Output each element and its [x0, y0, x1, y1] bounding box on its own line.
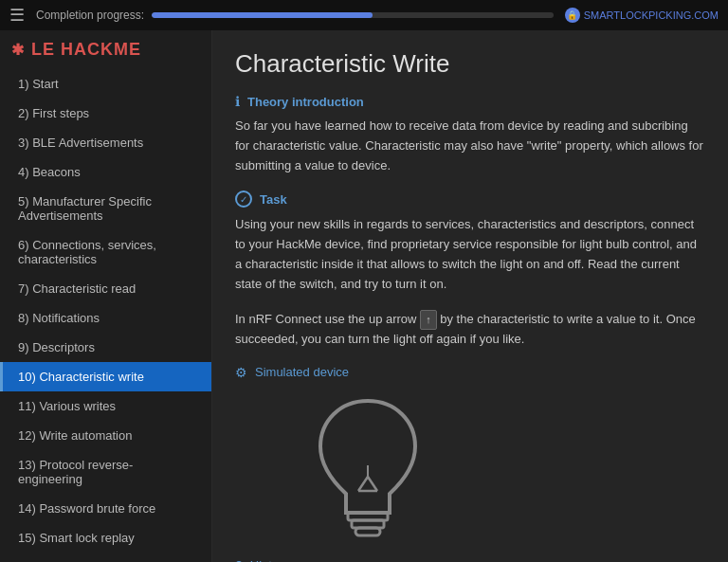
app-title: LE HACKME	[31, 40, 141, 60]
sidebar-item-char-read[interactable]: 7) Characteristic read	[0, 274, 211, 303]
sidebar-item-protocol[interactable]: 13) Protocol reverse-engineering	[0, 450, 211, 494]
main-layout: ✱ LE HACKME 1) Start 2) First steps 3) B…	[0, 30, 728, 562]
ble-icon: ✱	[11, 41, 24, 59]
theory-header: ℹ Theory introduction	[235, 94, 705, 109]
svg-rect-2	[355, 528, 380, 535]
sidebar-item-start[interactable]: 1) Start	[0, 69, 211, 99]
sidebar-item-beacons[interactable]: 4) Beacons	[0, 157, 211, 187]
theory-icon: ℹ	[235, 94, 240, 109]
sidebar-item-write-automation[interactable]: 12) Write automation	[0, 421, 211, 450]
page-title: Characteristic Write	[235, 49, 705, 79]
progress-label: Completion progress:	[36, 9, 144, 22]
theory-label: Theory introduction	[247, 95, 364, 109]
content-area: Characteristic Write ℹ Theory introducti…	[212, 30, 728, 562]
hints-section: ? Hints I can't... give me next hint!	[235, 558, 705, 562]
sidebar-item-ble-adv[interactable]: 3) BLE Advertisements	[0, 128, 211, 157]
task-icon: ✓	[235, 190, 252, 208]
sidebar-item-descriptors[interactable]: 9) Descriptors	[0, 333, 211, 362]
svg-line-3	[358, 477, 368, 491]
task-text2: In nRF Connect use the up arrow ↑ by the…	[235, 310, 705, 350]
lightbulb-svg	[306, 391, 429, 543]
sidebar-item-smart-replay[interactable]: 15) Smart lock replay	[0, 523, 211, 553]
brand-text: SMARTLOCKPICKING.COM	[584, 9, 719, 21]
hints-header: ? Hints	[235, 558, 705, 562]
menu-icon[interactable]: ☰	[9, 5, 25, 26]
sidebar-item-smart-info[interactable]: 16) Smart lock information leak	[0, 553, 211, 562]
task-header: ✓ Task	[235, 190, 705, 208]
simulated-device-label: Simulated device	[255, 365, 349, 379]
hints-label: Hints	[250, 558, 279, 562]
task-text1: Using your new skills in regards to serv…	[235, 215, 705, 294]
sidebar-item-password[interactable]: 14) Password brute force	[0, 494, 211, 523]
progress-bar-fill	[152, 12, 373, 18]
task-text2-prefix: In nRF Connect use the up arrow	[235, 312, 417, 326]
sidebar-header: ✱ LE HACKME	[0, 30, 211, 69]
topbar: ☰ Completion progress: 🔒 SMARTLOCKPICKIN…	[0, 0, 728, 30]
sidebar-item-connections[interactable]: 6) Connections, services, characteristic…	[0, 230, 211, 274]
task-section: ✓ Task Using your new skills in regards …	[235, 190, 705, 350]
brand-icon: 🔒	[565, 8, 580, 23]
lightbulb-diagram	[273, 391, 463, 543]
progress-bar	[152, 12, 554, 18]
theory-text: So far you have learned how to receive d…	[235, 117, 705, 175]
sidebar-item-various-writes[interactable]: 11) Various writes	[0, 391, 211, 421]
svg-line-5	[368, 477, 377, 491]
up-arrow-icon: ↑	[420, 310, 437, 331]
task-label: Task	[260, 192, 287, 207]
sidebar-item-manufacturer[interactable]: 5) Manufacturer Specific Advertisements	[0, 187, 211, 230]
brand-link[interactable]: 🔒 SMARTLOCKPICKING.COM	[565, 8, 719, 23]
hints-icon: ?	[235, 558, 243, 562]
sidebar-item-first-steps[interactable]: 2) First steps	[0, 99, 211, 128]
sidebar-item-notifications[interactable]: 8) Notifications	[0, 303, 211, 333]
sidebar: ✱ LE HACKME 1) Start 2) First steps 3) B…	[0, 30, 212, 562]
simulated-device-header: ⚙ Simulated device	[235, 365, 705, 380]
sidebar-item-char-write[interactable]: 10) Characteristic write	[0, 362, 211, 391]
device-settings-icon: ⚙	[235, 365, 247, 380]
